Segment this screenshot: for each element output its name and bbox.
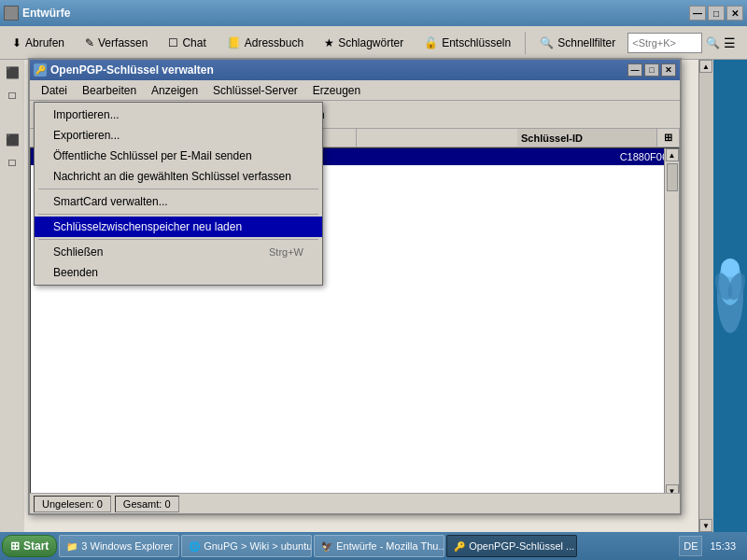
verfassen-gewaehlt-label: Nachricht an die gewählten Schlüssel ver… [53, 170, 291, 183]
gnupg-wiki-label: GnuPG > Wiki > ubuntu... [204, 540, 312, 552]
options-icon[interactable]: ☰ [724, 35, 736, 50]
menu-bearbeiten[interactable]: Bearbeiten [75, 81, 144, 100]
col-header-keyid: Schlüssel-ID [517, 129, 657, 147]
thunderbird-logo [713, 60, 747, 532]
search-box[interactable] [627, 33, 702, 53]
importieren-label: Importieren... [53, 108, 120, 121]
datei-menu-wrapper: Datei Importieren... Exportieren... Öffe… [34, 81, 75, 100]
main-window: Entwürfe — □ ✕ ⬇ Abrufen ✎ Verfassen ☐ C… [0, 0, 747, 560]
maximize-button[interactable]: □ [708, 6, 725, 21]
menu-importieren[interactable]: Importieren... [35, 105, 322, 125]
toolbar-adressbuch[interactable]: 📒 Adressbuch [218, 30, 312, 56]
scroll-up-arrow[interactable]: ▲ [699, 60, 712, 73]
main-window-title: Entwürfe [22, 7, 70, 20]
windows-explorer-icon: 📁 [65, 539, 78, 553]
menu-anzeigen[interactable]: Anzeigen [144, 81, 205, 100]
beenden-label: Beenden [53, 266, 98, 279]
left-sidebar-icons: ⬛ □ ⬛ □ [0, 60, 24, 172]
menu-send-public[interactable]: Öffentliche Schlüssel per E-Mail senden [35, 146, 322, 166]
menu-reload-cache[interactable]: Schlüsselzwischenspeicher neu laden [35, 217, 322, 237]
chat-label: Chat [182, 36, 205, 49]
pgp-minimize-button[interactable]: — [627, 63, 642, 77]
menu-schliessen[interactable]: Schließen Strg+W [35, 242, 322, 262]
unread-count: Ungelesen: 0 [34, 496, 111, 512]
main-titlebar: Entwürfe — □ ✕ [0, 0, 747, 26]
abrufen-label: Abrufen [25, 36, 64, 49]
search-icon[interactable]: 🔍 [706, 36, 720, 49]
minimize-button[interactable]: — [689, 6, 706, 21]
adressbuch-label: Adressbuch [245, 36, 303, 49]
pgp-window-icon: 🔑 [34, 63, 47, 77]
menu-separator-1 [38, 189, 318, 189]
col-icon[interactable]: ⊞ [657, 129, 680, 147]
taskbar-item-openpgp[interactable]: 🔑 OpenPGP-Schlüssel ... [446, 535, 577, 557]
table-scrollbar-v: ▲ ▼ [664, 148, 679, 497]
schnellfilter-icon: 🔍 [540, 36, 554, 49]
abrufen-icon: ⬇ [12, 36, 21, 49]
table-scroll-thumb[interactable] [667, 163, 678, 191]
menu-separator-3 [38, 239, 318, 240]
toolbar-schlagwoerter[interactable]: ★ Schlagwörter [316, 30, 412, 56]
pgp-maximize-button[interactable]: □ [644, 63, 659, 77]
table-scroll-up[interactable]: ▲ [666, 148, 679, 161]
menu-schluessel-server[interactable]: Schlüssel-Server [205, 81, 305, 100]
chat-icon: ☐ [168, 36, 178, 49]
left-icon-4[interactable]: □ [3, 153, 21, 172]
pgp-status-bar: Ungelesen: 0 Gesamt: 0 [30, 493, 680, 513]
send-public-label: Öffentliche Schlüssel per E-Mail senden [53, 149, 252, 162]
schlagwoerter-icon: ★ [324, 36, 334, 49]
schlagwoerter-label: Schlagwörter [338, 36, 403, 49]
toolbar-schnellfilter[interactable]: 🔍 Schnellfilter [531, 30, 624, 56]
col-keyid-label: Schlüssel-ID [521, 133, 583, 144]
toolbar-abrufen[interactable]: ⬇ Abrufen [4, 30, 73, 56]
reload-cache-label: Schlüsselzwischenspeicher neu laden [53, 220, 242, 233]
close-button[interactable]: ✕ [726, 6, 743, 21]
start-button[interactable]: ⊞ Start [2, 535, 57, 557]
taskbar-item-windows-explorer[interactable]: 📁 3 Windows Explorer [59, 535, 179, 557]
verfassen-icon: ✎ [85, 36, 94, 49]
pgp-window: 🔑 OpenPGP-Schlüssel verwalten — □ ✕ Date… [28, 58, 682, 515]
gnupg-wiki-icon: 🌐 [188, 539, 201, 553]
left-icon-3[interactable]: ⬛ [3, 131, 21, 149]
smartcard-label: SmartCard verwalten... [53, 195, 168, 208]
toolbar-separator [525, 32, 526, 54]
exportieren-label: Exportieren... [53, 129, 120, 142]
menu-verfassen-gewaehlt[interactable]: Nachricht an die gewählten Schlüssel ver… [35, 166, 322, 187]
pgp-titlebar: 🔑 OpenPGP-Schlüssel verwalten — □ ✕ [30, 60, 680, 80]
bird-svg [714, 240, 746, 352]
left-icon-2[interactable]: □ [3, 86, 21, 105]
left-icon-1[interactable]: ⬛ [3, 63, 21, 82]
menu-beenden[interactable]: Beenden [35, 262, 322, 283]
verfassen-label: Verfassen [98, 36, 148, 49]
schliessen-shortcut: Strg+W [269, 246, 303, 258]
titlebar-controls: — □ ✕ [689, 6, 743, 21]
pgp-close-button[interactable]: ✕ [661, 63, 676, 77]
menu-exportieren[interactable]: Exportieren... [35, 125, 322, 146]
toolbar-entschluesseln[interactable]: 🔓 Entschlüsseln [416, 30, 519, 56]
toolbar-chat[interactable]: ☐ Chat [160, 30, 214, 56]
windows-explorer-label: 3 Windows Explorer [81, 540, 173, 552]
main-scrollbar: ▲ ▼ [698, 60, 713, 532]
search-input[interactable] [632, 37, 688, 49]
menu-datei[interactable]: Datei [34, 81, 75, 100]
pgp-menubar: Datei Importieren... Exportieren... Öffe… [30, 80, 680, 101]
taskbar-item-gnupg-wiki[interactable]: 🌐 GnuPG > Wiki > ubuntu... [181, 535, 312, 557]
taskbar: ⊞ Start 📁 3 Windows Explorer 🌐 GnuPG > W… [0, 532, 747, 560]
entschluesseln-label: Entschlüsseln [442, 36, 511, 49]
thunderbird-label: Entwürfe - Mozilla Thu... [336, 540, 444, 552]
start-icon: ⊞ [10, 539, 20, 553]
menu-smartcard[interactable]: SmartCard verwalten... [35, 191, 322, 212]
taskbar-item-thunderbird[interactable]: 🦅 Entwürfe - Mozilla Thu... [314, 535, 444, 557]
main-window-icon [4, 6, 19, 21]
menu-erzeugen[interactable]: Erzeugen [305, 81, 368, 100]
start-label: Start [23, 539, 49, 553]
pgp-titlebar-controls: — □ ✕ [627, 63, 676, 77]
main-toolbar: ⬇ Abrufen ✎ Verfassen ☐ Chat 📒 Adressbuc… [0, 26, 747, 60]
taskbar-tray: DE 15:33 [673, 536, 745, 556]
menu-separator-2 [38, 214, 318, 215]
toolbar-verfassen[interactable]: ✎ Verfassen [77, 30, 156, 56]
scroll-down-arrow[interactable]: ▼ [699, 519, 712, 532]
datei-dropdown-menu: Importieren... Exportieren... Öffentlich… [34, 102, 323, 286]
scroll-track [699, 73, 713, 519]
tray-lang[interactable]: DE [679, 536, 702, 556]
